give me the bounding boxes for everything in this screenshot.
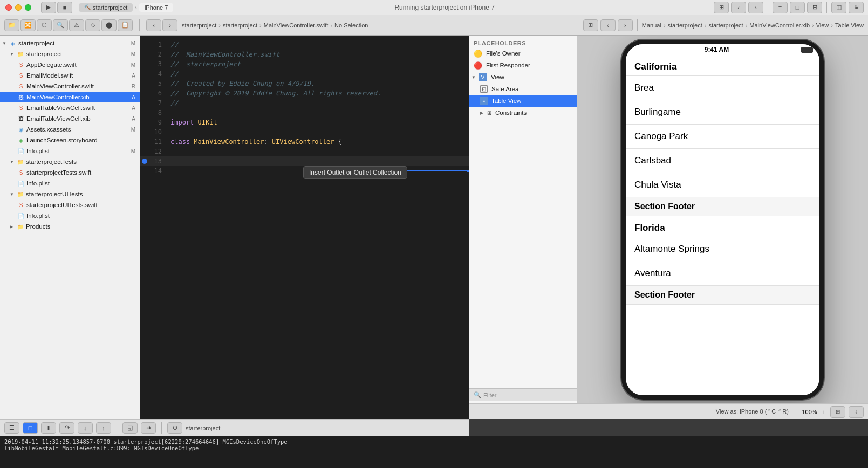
nav-toggle[interactable]: ≡	[773, 2, 788, 13]
back-button[interactable]: ‹	[731, 2, 746, 13]
ib-back-btn[interactable]: ‹	[600, 19, 616, 31]
test-btn[interactable]: ◇	[85, 19, 100, 31]
file-infoplist-1[interactable]: 📄 Info.plist M	[0, 146, 140, 156]
debug-toggle[interactable]: □	[790, 2, 805, 13]
table-cell-aventura[interactable]: Aventura	[626, 261, 819, 286]
table-cell-chulavista[interactable]: Chula Vista	[626, 173, 819, 197]
code-line-3: 3 // starterproject	[140, 59, 469, 69]
file-emailcell-xib[interactable]: 🖼 EmailTableViewCell.xib A	[0, 113, 140, 124]
step-into-btn[interactable]: ↓	[78, 422, 93, 434]
step-over-btn[interactable]: ↷	[59, 422, 74, 434]
assistant-toggle[interactable]: ◫	[831, 2, 846, 13]
file-mainvc-swift[interactable]: S MainViewController.swift R	[0, 81, 140, 92]
source-control-btn[interactable]: 🔀	[20, 19, 36, 31]
forward-button[interactable]: ›	[748, 2, 763, 13]
code-content-9: import UIKit	[168, 118, 469, 127]
file-emailmodel[interactable]: S EmailModel.swift A	[0, 70, 140, 81]
file-launchscreen[interactable]: ◈ LaunchScreen.storyboard	[0, 135, 140, 146]
ib-item-tableview[interactable]: ≡ Table View	[469, 95, 577, 107]
file-infoplist-2[interactable]: 📄 Info.plist	[0, 178, 140, 189]
simulate-btn[interactable]: ➜	[141, 422, 156, 434]
toolbar-left-group: ▶ ■	[41, 2, 72, 13]
toolbar-sep-main	[139, 19, 140, 31]
code-line-11: 11 class MainViewController: UIViewContr…	[140, 137, 469, 147]
breadcrumb-part-3[interactable]: MainViewController.swift	[264, 22, 329, 29]
zoom-plus[interactable]: +	[819, 409, 827, 415]
breadcrumb-part-2[interactable]: starterproject	[223, 22, 257, 29]
group-uitests[interactable]: ▼ 📁 starterprojectUITests	[0, 189, 140, 199]
device-tab[interactable]: iPhone 7	[139, 3, 173, 12]
issues-btn[interactable]: ⚠	[69, 19, 84, 31]
file-assets[interactable]: ◉ Assets.xcassets M	[0, 124, 140, 135]
zoom-minus[interactable]: −	[792, 409, 799, 415]
file-uitests-swift[interactable]: S starterprojectUITests.swift	[0, 199, 140, 210]
firstresponder-label: First Responder	[486, 62, 530, 68]
ib-breadcrumb-manual[interactable]: Manual	[642, 22, 661, 29]
ib-breadcrumb-xib[interactable]: MainViewController.xib	[749, 22, 810, 29]
file-emailcell-swift[interactable]: S EmailTableViewCell.swift A	[0, 102, 140, 113]
file-mainvc-xib[interactable]: 🖼 MainViewController.xib A	[0, 92, 140, 102]
zoom-fit-button[interactable]: ↕	[849, 406, 864, 418]
constraints-arrow: ▶	[480, 111, 486, 115]
debug-btn[interactable]: ⬤	[101, 19, 117, 31]
group-starterproject[interactable]: ▼ 📁 starterproject M	[0, 49, 140, 59]
file-appdelegate-label: AppDelegate.swift	[26, 61, 77, 68]
safearea-label: Safe Area	[491, 86, 519, 92]
file-tests-swift[interactable]: S starterprojectTests.swift	[0, 167, 140, 178]
fit-button[interactable]: ⊞	[830, 406, 845, 418]
ib-breadcrumb-proj[interactable]: starterproject	[668, 22, 702, 29]
file-appdelegate[interactable]: S AppDelegate.swift M	[0, 59, 140, 70]
root-project-item[interactable]: ▼ ◈ starterproject M	[0, 38, 140, 49]
ib-section-placeholders: Placeholders	[469, 38, 577, 47]
debug-view-btn[interactable]: □	[23, 422, 38, 434]
group-tests[interactable]: ▼ 📁 starterprojectTests	[0, 156, 140, 167]
file-emailcell-xib-label: EmailTableViewCell.xib	[26, 115, 91, 122]
source-control-toggle[interactable]: ≋	[849, 2, 864, 13]
table-cell-brea[interactable]: Brea	[626, 76, 819, 100]
main-toolbar: 📁 🔀 ⬡ 🔍 ⚠ ◇ ⬤ 📋 ‹ › starterproject › sta…	[0, 15, 868, 36]
ib-item-constraints[interactable]: ▶ ⊞ Constraints	[469, 107, 577, 119]
ib-item-safearea[interactable]: ⊡ Safe Area	[469, 83, 577, 95]
section-header-florida: Florida	[626, 216, 819, 237]
code-editor[interactable]: 1 // 2 // MainViewController.swift 3 // …	[140, 36, 469, 419]
inspector-toggle[interactable]: ⊟	[807, 2, 822, 13]
search-btn[interactable]: 🔍	[53, 19, 68, 31]
filter-icon: 🔍	[474, 391, 481, 398]
ib-grid-btn[interactable]: ⊞	[583, 19, 598, 31]
table-cell-burlingame[interactable]: Burlingame	[626, 100, 819, 125]
table-cell-canogapark[interactable]: Canoga Park	[626, 125, 819, 149]
maximize-button[interactable]	[25, 4, 31, 11]
ib-breadcrumb-tableview[interactable]: Table View	[835, 22, 864, 29]
file-infoplist-3[interactable]: 📄 Info.plist	[0, 210, 140, 221]
ib-item-view-header[interactable]: ▼ V View	[469, 71, 577, 83]
ib-item-filesowner[interactable]: 🟡 File's Owner	[469, 47, 577, 59]
project-tab[interactable]: 🔨 starterproject	[79, 3, 133, 12]
folder-icon-btn[interactable]: 📁	[4, 19, 19, 31]
ib-breadcrumb-proj2[interactable]: starterproject	[708, 22, 743, 29]
grid-view-button[interactable]: ⊞	[714, 2, 729, 13]
swift-icon-6: S	[17, 201, 25, 209]
report-btn[interactable]: 📋	[118, 19, 133, 31]
ib-forward-btn[interactable]: ›	[618, 19, 633, 31]
nav-forward-btn[interactable]: ›	[162, 19, 177, 31]
ib-item-firstresponder[interactable]: 🔴 First Responder	[469, 59, 577, 71]
pause-btn[interactable]: ⏸	[41, 422, 56, 434]
table-cell-carlsbad[interactable]: Carlsbad	[626, 149, 819, 173]
table-view-content[interactable]: California Brea Burlingame Canoga Park C…	[626, 55, 819, 305]
table-cell-altamontesprings[interactable]: Altamonte Springs	[626, 237, 819, 261]
step-out-btn[interactable]: ↑	[96, 422, 111, 434]
breakpoints-btn[interactable]: ⬡	[37, 19, 52, 31]
console-btn[interactable]: ☰	[4, 422, 19, 434]
breadcrumb-part-1[interactable]: starterproject	[182, 22, 216, 29]
close-button[interactable]	[5, 4, 12, 11]
breadcrumb-part-4[interactable]: No Selection	[334, 22, 368, 29]
editor-breadcrumb: starterproject › starterproject › MainVi…	[182, 22, 368, 29]
view-debug-btn[interactable]: ◱	[122, 422, 138, 434]
stop-button[interactable]: ■	[57, 2, 72, 13]
minimize-button[interactable]	[15, 4, 22, 11]
ib-breadcrumb-view[interactable]: View	[816, 22, 829, 29]
nav-back-btn[interactable]: ‹	[146, 19, 161, 31]
group-products[interactable]: ▶ 📁 Products	[0, 221, 140, 232]
thread-selector[interactable]: ⊕	[167, 422, 182, 434]
run-button[interactable]: ▶	[41, 2, 56, 13]
